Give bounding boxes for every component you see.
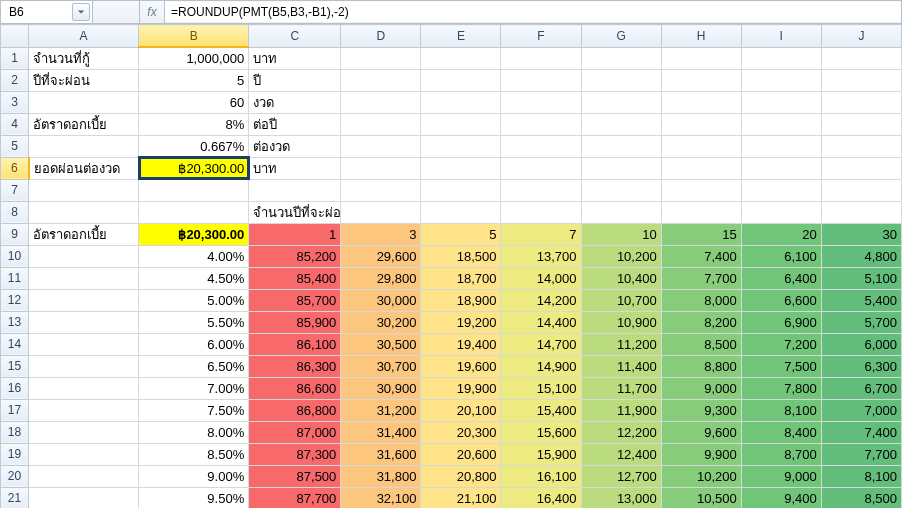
cell-J19[interactable]: 7,700: [821, 443, 901, 465]
cell-A1[interactable]: จำนวนที่กู้: [29, 47, 139, 69]
cell-A10[interactable]: [29, 245, 139, 267]
row-header-4[interactable]: 4: [1, 113, 29, 135]
cell-E13[interactable]: 19,200: [421, 311, 501, 333]
cell-I7[interactable]: [741, 179, 821, 201]
cell-F11[interactable]: 14,000: [501, 267, 581, 289]
col-header-F[interactable]: F: [501, 25, 581, 48]
cell-E6[interactable]: [421, 157, 501, 179]
cell-B1[interactable]: 1,000,000: [139, 47, 249, 69]
cell-I9[interactable]: 20: [741, 223, 821, 245]
cell-D14[interactable]: 30,500: [341, 333, 421, 355]
cell-D4[interactable]: [341, 113, 421, 135]
cell-D21[interactable]: 32,100: [341, 487, 421, 508]
cell-B13[interactable]: 5.50%: [139, 311, 249, 333]
cell-B10[interactable]: 4.00%: [139, 245, 249, 267]
cell-H14[interactable]: 8,500: [661, 333, 741, 355]
cell-E17[interactable]: 20,100: [421, 399, 501, 421]
cell-I18[interactable]: 8,400: [741, 421, 821, 443]
cell-A3[interactable]: [29, 91, 139, 113]
cell-H21[interactable]: 10,500: [661, 487, 741, 508]
cell-D3[interactable]: [341, 91, 421, 113]
cell-H19[interactable]: 9,900: [661, 443, 741, 465]
cell-C1[interactable]: บาท: [249, 47, 341, 69]
cell-C6[interactable]: บาท: [249, 157, 341, 179]
row-header-7[interactable]: 7: [1, 179, 29, 201]
cell-I17[interactable]: 8,100: [741, 399, 821, 421]
cell-E2[interactable]: [421, 69, 501, 91]
cell-J2[interactable]: [821, 69, 901, 91]
cell-G18[interactable]: 12,200: [581, 421, 661, 443]
cell-F17[interactable]: 15,400: [501, 399, 581, 421]
cell-F21[interactable]: 16,400: [501, 487, 581, 508]
cell-C7[interactable]: [249, 179, 341, 201]
cell-J4[interactable]: [821, 113, 901, 135]
cell-H2[interactable]: [661, 69, 741, 91]
row-header-16[interactable]: 16: [1, 377, 29, 399]
cell-A2[interactable]: ปีที่จะผ่อน: [29, 69, 139, 91]
cell-J17[interactable]: 7,000: [821, 399, 901, 421]
cell-D19[interactable]: 31,600: [341, 443, 421, 465]
cell-B12[interactable]: 5.00%: [139, 289, 249, 311]
cell-A6[interactable]: ยอดผ่อนต่องวด: [29, 157, 139, 179]
cell-A5[interactable]: [29, 135, 139, 157]
cell-J10[interactable]: 4,800: [821, 245, 901, 267]
cell-G17[interactable]: 11,900: [581, 399, 661, 421]
cell-D18[interactable]: 31,400: [341, 421, 421, 443]
cell-J21[interactable]: 8,500: [821, 487, 901, 508]
cell-G1[interactable]: [581, 47, 661, 69]
cell-H12[interactable]: 8,000: [661, 289, 741, 311]
cell-I3[interactable]: [741, 91, 821, 113]
cell-G7[interactable]: [581, 179, 661, 201]
cell-G11[interactable]: 10,400: [581, 267, 661, 289]
cell-J11[interactable]: 5,100: [821, 267, 901, 289]
cell-J5[interactable]: [821, 135, 901, 157]
cell-G12[interactable]: 10,700: [581, 289, 661, 311]
row-header-8[interactable]: 8: [1, 201, 29, 223]
cell-C3[interactable]: งวด: [249, 91, 341, 113]
cell-I12[interactable]: 6,600: [741, 289, 821, 311]
cell-B11[interactable]: 4.50%: [139, 267, 249, 289]
col-header-I[interactable]: I: [741, 25, 821, 48]
cell-F20[interactable]: 16,100: [501, 465, 581, 487]
cell-D20[interactable]: 31,800: [341, 465, 421, 487]
name-box[interactable]: B6: [1, 1, 93, 23]
row-header-12[interactable]: 12: [1, 289, 29, 311]
cell-B20[interactable]: 9.00%: [139, 465, 249, 487]
cell-I21[interactable]: 9,400: [741, 487, 821, 508]
cell-B16[interactable]: 7.00%: [139, 377, 249, 399]
row-header-2[interactable]: 2: [1, 69, 29, 91]
cell-D17[interactable]: 31,200: [341, 399, 421, 421]
cell-C9[interactable]: 1: [249, 223, 341, 245]
cell-J14[interactable]: 6,000: [821, 333, 901, 355]
cell-G6[interactable]: [581, 157, 661, 179]
cell-H13[interactable]: 8,200: [661, 311, 741, 333]
row-header-10[interactable]: 10: [1, 245, 29, 267]
cell-F4[interactable]: [501, 113, 581, 135]
row-header-13[interactable]: 13: [1, 311, 29, 333]
cell-C10[interactable]: 85,200: [249, 245, 341, 267]
cell-B8[interactable]: [139, 201, 249, 223]
cell-E10[interactable]: 18,500: [421, 245, 501, 267]
cell-G5[interactable]: [581, 135, 661, 157]
cell-G2[interactable]: [581, 69, 661, 91]
col-header-C[interactable]: C: [249, 25, 341, 48]
cell-B14[interactable]: 6.00%: [139, 333, 249, 355]
cell-C8[interactable]: จำนวนปีที่จะผ่อน: [249, 201, 341, 223]
cell-D2[interactable]: [341, 69, 421, 91]
cell-C18[interactable]: 87,000: [249, 421, 341, 443]
cell-H9[interactable]: 15: [661, 223, 741, 245]
cell-D15[interactable]: 30,700: [341, 355, 421, 377]
cell-D11[interactable]: 29,800: [341, 267, 421, 289]
cell-G16[interactable]: 11,700: [581, 377, 661, 399]
cell-D5[interactable]: [341, 135, 421, 157]
cell-G13[interactable]: 10,900: [581, 311, 661, 333]
cell-F3[interactable]: [501, 91, 581, 113]
cell-G4[interactable]: [581, 113, 661, 135]
cell-F13[interactable]: 14,400: [501, 311, 581, 333]
row-header-5[interactable]: 5: [1, 135, 29, 157]
cell-F2[interactable]: [501, 69, 581, 91]
cell-J20[interactable]: 8,100: [821, 465, 901, 487]
cell-A21[interactable]: [29, 487, 139, 508]
cell-E16[interactable]: 19,900: [421, 377, 501, 399]
cell-J1[interactable]: [821, 47, 901, 69]
